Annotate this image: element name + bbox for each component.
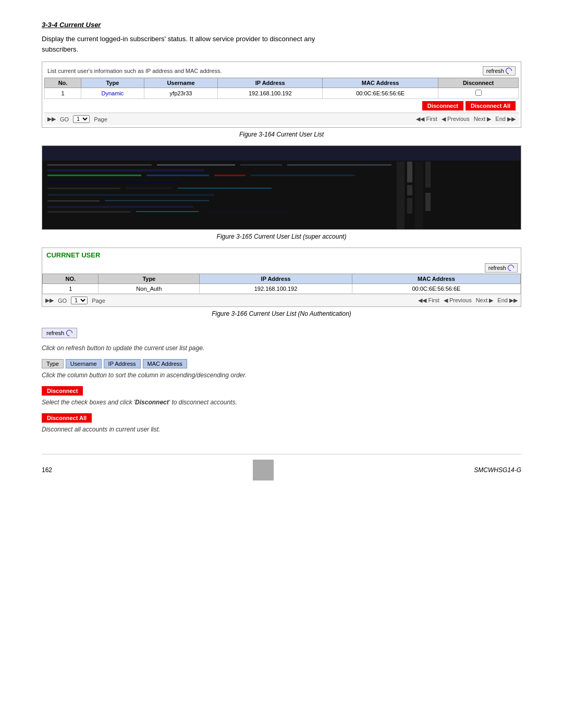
disconnect-checkbox[interactable] bbox=[475, 90, 482, 96]
svg-rect-20 bbox=[136, 211, 199, 212]
user-table-164: No. Type Username IP Address MAC Address… bbox=[44, 78, 519, 99]
go-icon-166: ▶▶ bbox=[45, 297, 54, 304]
svg-rect-22 bbox=[397, 162, 405, 229]
page-select-166[interactable]: 1 bbox=[71, 297, 88, 304]
disconnect-all-desc-item: Disconnect All Disconnect all accounts i… bbox=[42, 413, 521, 433]
refresh-desc-item: refresh Click on refresh button to updat… bbox=[42, 328, 521, 352]
first-nav[interactable]: ◀◀ First bbox=[416, 116, 437, 122]
action-bar-164: Disconnect Disconnect All bbox=[44, 99, 519, 113]
svg-rect-10 bbox=[251, 175, 355, 176]
next-nav-166[interactable]: Next ▶ bbox=[476, 297, 494, 304]
sort-buttons: Type Username IP Address MAC Address bbox=[42, 359, 521, 368]
figure-165-container bbox=[42, 145, 521, 230]
caption-166: Figure 3-166 Current User List (No Authe… bbox=[42, 310, 521, 317]
col-no-166: NO. bbox=[43, 274, 99, 284]
refresh-standalone-icon bbox=[65, 329, 74, 338]
section-description: Display the current logged-in subscriber… bbox=[42, 34, 521, 54]
svg-rect-24 bbox=[407, 185, 412, 195]
prev-nav[interactable]: ◀ Previous bbox=[442, 116, 470, 122]
svg-rect-28 bbox=[425, 193, 431, 211]
pagination-bar-164: ▶▶ GO 1 Page ◀◀ First ◀ Previous Next ▶ … bbox=[44, 113, 519, 125]
page-label: Page bbox=[94, 116, 107, 122]
svg-rect-26 bbox=[415, 162, 423, 229]
figure-166-container: CURRNET USER refresh NO. Type IP Address… bbox=[42, 248, 521, 307]
col-ip-166[interactable]: IP Address bbox=[200, 274, 352, 284]
refresh-btn-standalone[interactable]: refresh bbox=[42, 328, 77, 338]
page-select-164[interactable]: 1 bbox=[73, 115, 90, 123]
sort-description: Click the column button to sort the colu… bbox=[42, 372, 521, 379]
next-nav[interactable]: Next ▶ bbox=[474, 116, 492, 122]
svg-rect-15 bbox=[47, 194, 214, 196]
disconnect-description: Select the check boxes and click 'Discon… bbox=[42, 399, 521, 406]
currnet-user-header: CURRNET USER bbox=[42, 248, 521, 262]
page-footer: 162 SMCWHSG14-G bbox=[42, 454, 521, 480]
table-row: 1 Dynamic yfp23r33 192.168.100.192 00:0C… bbox=[45, 88, 519, 99]
page-number: 162 bbox=[42, 466, 52, 474]
svg-rect-25 bbox=[407, 198, 412, 214]
currnet-user-title: CURRNET USER bbox=[46, 251, 100, 259]
disconnect-button-164[interactable]: Disconnect bbox=[422, 101, 463, 110]
sort-btn-ip[interactable]: IP Address bbox=[104, 359, 141, 368]
section-title: 3-3-4 Current User bbox=[42, 21, 521, 29]
prev-nav-166[interactable]: ◀ Previous bbox=[444, 297, 472, 304]
refresh-description: Click on refresh button to update the cu… bbox=[42, 344, 521, 352]
svg-rect-5 bbox=[287, 164, 391, 166]
pagination-bar-166: ▶▶ GO 1 Page ◀◀ First ◀ Previous Next ▶ … bbox=[42, 294, 521, 306]
disconnect-btn-standalone[interactable]: Disconnect bbox=[42, 386, 83, 396]
disconnect-desc-item: Disconnect Select the check boxes and cl… bbox=[42, 386, 521, 406]
sort-btn-mac[interactable]: MAC Address bbox=[143, 359, 187, 368]
pagination-go-164: ▶▶ GO 1 Page bbox=[47, 115, 107, 123]
go-label: GO bbox=[60, 116, 69, 122]
svg-rect-9 bbox=[214, 175, 246, 176]
svg-rect-27 bbox=[425, 162, 431, 188]
sort-btn-type[interactable]: Type bbox=[42, 359, 64, 368]
end-nav[interactable]: End ▶▶ bbox=[495, 116, 516, 122]
end-nav-166[interactable]: End ▶▶ bbox=[497, 297, 518, 304]
go-label-166: GO bbox=[58, 298, 67, 304]
disconnect-all-description: Disconnect all accounts in current user … bbox=[42, 426, 521, 433]
first-nav-166[interactable]: ◀◀ First bbox=[418, 297, 439, 304]
dark-figure-165 bbox=[42, 146, 521, 229]
svg-rect-13 bbox=[126, 188, 173, 189]
sort-btn-username[interactable]: Username bbox=[66, 359, 102, 368]
product-name: SMCWHSG14-G bbox=[474, 466, 521, 474]
figure-164-container: List current user's information such as … bbox=[42, 61, 521, 128]
disconnect-all-button-164[interactable]: Disconnect All bbox=[466, 101, 516, 110]
descriptions-section: refresh Click on refresh button to updat… bbox=[42, 328, 521, 433]
table-row-166: 1 Non_Auth 192.168.100.192 00:0C:6E:56:5… bbox=[43, 284, 521, 294]
col-disconnect: Disconnect bbox=[438, 78, 519, 88]
col-type[interactable]: Type bbox=[81, 78, 144, 88]
svg-rect-21 bbox=[204, 211, 287, 212]
svg-rect-23 bbox=[407, 162, 412, 182]
svg-rect-19 bbox=[47, 211, 131, 213]
user-table-166: NO. Type IP Address MAC Address 1 Non_Au… bbox=[42, 274, 521, 294]
disconnect-all-btn-standalone[interactable]: Disconnect All bbox=[42, 413, 92, 423]
table-info-text: List current user's information such as … bbox=[47, 68, 222, 74]
col-ip[interactable]: IP Address bbox=[218, 78, 323, 88]
svg-rect-14 bbox=[178, 188, 272, 189]
col-username[interactable]: Username bbox=[144, 78, 218, 88]
col-mac-166[interactable]: MAC Address bbox=[352, 274, 520, 284]
refresh-icon bbox=[505, 67, 513, 76]
svg-rect-12 bbox=[47, 188, 120, 189]
page-decoration bbox=[253, 460, 274, 480]
svg-rect-6 bbox=[47, 169, 204, 171]
pagination-nav-166: ◀◀ First ◀ Previous Next ▶ End ▶▶ bbox=[418, 297, 518, 304]
col-mac[interactable]: MAC Address bbox=[323, 78, 438, 88]
svg-rect-18 bbox=[47, 206, 193, 208]
svg-rect-11 bbox=[47, 181, 178, 183]
svg-rect-7 bbox=[47, 175, 141, 176]
svg-rect-17 bbox=[105, 200, 209, 201]
svg-rect-3 bbox=[157, 164, 235, 166]
refresh-icon-166 bbox=[507, 264, 516, 273]
svg-rect-1 bbox=[42, 146, 521, 161]
col-type-166: Type bbox=[99, 274, 200, 284]
refresh-button-164[interactable]: refresh bbox=[483, 66, 516, 76]
sort-desc-item: Type Username IP Address MAC Address Cli… bbox=[42, 359, 521, 379]
svg-rect-16 bbox=[47, 200, 100, 202]
refresh-button-166[interactable]: refresh bbox=[485, 263, 518, 273]
svg-rect-8 bbox=[146, 175, 209, 176]
col-no: No. bbox=[45, 78, 81, 88]
page-label-166: Page bbox=[92, 298, 105, 304]
pagination-go-166: ▶▶ GO 1 Page bbox=[45, 297, 105, 304]
